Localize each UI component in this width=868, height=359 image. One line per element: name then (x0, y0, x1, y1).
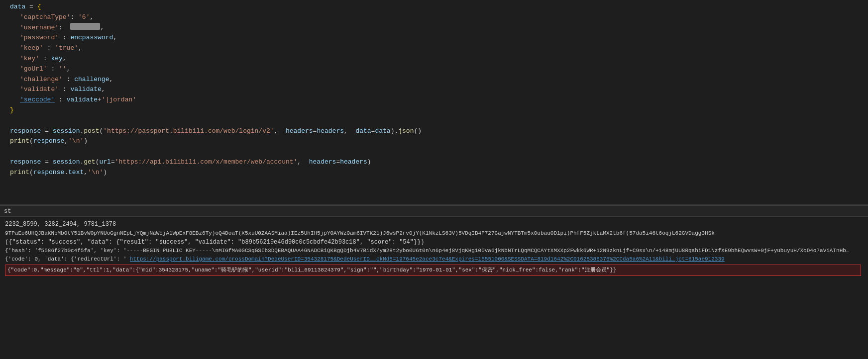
output-line-4: {'hash': 'f5586f27b0c4f5fa', 'key': '---… (5, 247, 851, 255)
code-token: url (99, 157, 110, 168)
code-token: print (10, 136, 29, 147)
code-token: , (109, 75, 113, 85)
code-token: , (84, 168, 88, 178)
code-token: encpassword (70, 33, 113, 43)
output-text: ({"status": "success", "data": {"result"… (5, 239, 425, 246)
code-token: : (43, 43, 55, 54)
code-token: = (111, 157, 115, 168)
code-token: , (90, 12, 94, 23)
code-token: = (25, 2, 37, 12)
code-token: 'username' (20, 23, 59, 33)
code-token: 'keep' (20, 43, 43, 54)
output-line-1: 2232_8599, 3282_2494, 9781_1378 (5, 220, 861, 229)
code-token: : (59, 23, 70, 33)
code-line: data = { (10, 2, 868, 12)
code-token: , (67, 64, 71, 75)
code-token: ) (103, 168, 107, 178)
output-line-5: {'code': 0, 'data': {'redirectUrl': ' ht… (5, 255, 861, 264)
code-token: response (10, 157, 41, 168)
code-token: = (313, 126, 317, 137)
code-token: validate (70, 85, 101, 95)
code-line (10, 116, 868, 126)
code-token: response (10, 126, 41, 137)
code-token: : (39, 54, 51, 64)
code-token: 'true' (55, 43, 78, 54)
code-token: 'validate' (20, 85, 59, 95)
code-token: 'password' (20, 33, 59, 43)
code-token: = (336, 157, 340, 168)
code-token: 'seccode' (20, 95, 55, 105)
code-token: 'challenge' (20, 75, 63, 85)
code-token: : (59, 85, 70, 95)
output-highlighted-line: {"code":0,"message":"0","ttl":1,"data":{… (5, 265, 861, 276)
code-token: data (355, 126, 371, 137)
code-line: 'challenge' : challenge , (10, 75, 868, 85)
code-line-print2: print ( response . text , '\n' ) (10, 168, 868, 178)
code-line: 'seccode' : validate + '|jordan' (10, 95, 868, 105)
code-token: : (55, 95, 66, 105)
code-token: ( (99, 126, 103, 137)
code-line-get: response = session . get ( url = 'https:… (10, 157, 868, 168)
code-token: : (63, 75, 74, 85)
code-token: , (63, 54, 67, 64)
code-token: + (98, 95, 102, 105)
code-token: headers (340, 157, 367, 168)
code-line-username: 'username' : , (10, 23, 868, 33)
code-editor-panel: data = { 'captchaType' : '6' , 'username… (0, 0, 868, 204)
code-token: 'key' (20, 54, 39, 64)
code-token: = (41, 157, 52, 168)
code-line: } (10, 105, 868, 116)
code-token: 'https://passport.bilibili.com/web/login… (103, 126, 274, 137)
code-line-post: response = session . post ( 'https://pas… (10, 126, 868, 137)
code-token: = (41, 126, 52, 137)
output-text: 9TPaEo6UHQJBaKNpMb0tY51BvW0pYNUoGgnNEpLj… (5, 230, 715, 236)
code-token: '\n' (68, 136, 84, 147)
output-text: {'hash': 'f5586f27b0c4f5fa', 'key': '---… (5, 248, 851, 254)
code-token: , (78, 43, 82, 54)
code-line: 'validate' : validate , (10, 85, 868, 95)
code-token: text (68, 168, 84, 178)
code-content: data = { 'captchaType' : '6' , 'username… (0, 0, 868, 180)
code-token: ) (367, 157, 371, 168)
output-link[interactable]: https://passport.biligame.com/crossDomai… (130, 256, 725, 262)
code-token: validate (67, 95, 98, 105)
code-token: '|jordan' (102, 95, 136, 105)
code-token: } (10, 105, 14, 116)
code-token: response (33, 168, 64, 178)
code-token: '' (59, 64, 67, 75)
code-token: , (274, 126, 286, 137)
code-token: response (33, 136, 64, 147)
code-token: headers (309, 157, 336, 168)
code-token: ). (391, 126, 399, 137)
output-panel: 2232_8599, 3282_2494, 9781_1378 9TPaEo6U… (0, 217, 868, 356)
code-token: 'https://api.bilibili.com/x/member/web/a… (115, 157, 298, 168)
code-token: . (80, 157, 84, 168)
output-line-2: 9TPaEo6UHQJBaKNpMb0tY51BvW0pYNUoGgnNEpLj… (5, 229, 861, 238)
code-token: print (10, 168, 29, 178)
code-token: ( (29, 136, 33, 147)
code-token: headers (317, 126, 344, 137)
code-token: 'goUrl' (20, 64, 47, 75)
masked-username (70, 23, 100, 30)
code-token: json (398, 126, 414, 137)
output-line-3: ({"status": "success", "data": {"result"… (5, 238, 861, 247)
code-token: session (53, 126, 80, 137)
code-line-print1: print ( response , '\n' ) (10, 136, 868, 147)
code-token: get (84, 157, 95, 168)
code-token: . (64, 168, 68, 178)
code-token: '6' (78, 12, 90, 23)
code-line: 'captchaType' : '6' , (10, 12, 868, 23)
code-token: , (344, 126, 355, 137)
output-text: 2232_8599, 3282_2494, 9781_1378 (5, 221, 116, 228)
code-token: session (53, 157, 80, 168)
code-token: ( (29, 168, 33, 178)
code-token: : (59, 33, 70, 43)
code-token: headers (286, 126, 313, 137)
code-line: 'key' : key , (10, 54, 868, 64)
code-token: '\n' (88, 168, 103, 178)
output-text-highlighted: {"code":0,"message":"0","ttl":1,"data":{… (7, 267, 616, 273)
code-token: post (84, 126, 99, 137)
code-token: { (37, 2, 41, 12)
output-label-bar: st (0, 206, 868, 217)
code-token: , (297, 157, 309, 168)
